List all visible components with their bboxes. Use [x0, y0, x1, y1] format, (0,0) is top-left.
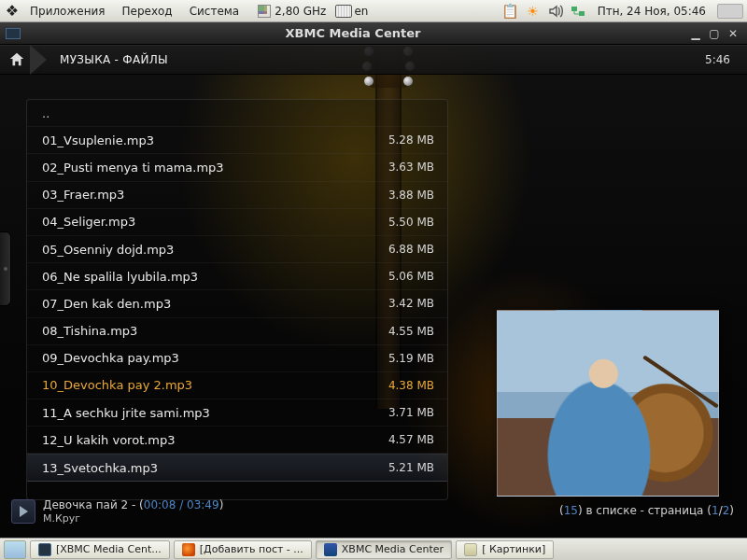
- xbmc-task-icon: [38, 543, 51, 556]
- user-menu[interactable]: [717, 4, 743, 19]
- file-list: .. 01_Vsuplenie.mp35.28 MB02_Pusti menya…: [27, 100, 447, 482]
- taskbar-item-xbmc-active[interactable]: XBMC Media Center: [316, 540, 452, 559]
- file-row[interactable]: 05_Osenniy dojd.mp36.88 MB: [27, 236, 447, 263]
- page-info-mid: ) в списке - страница (: [578, 504, 712, 517]
- menu-system[interactable]: Система: [182, 5, 247, 18]
- taskbar-label: XBMC Media Center: [342, 543, 444, 555]
- bg-decoration: [403, 77, 413, 86]
- file-row[interactable]: 11_A sechku jrite sami.mp33.71 MB: [27, 399, 447, 427]
- taskbar-item-folder[interactable]: [ Картинки]: [456, 540, 554, 559]
- menu-places[interactable]: Переход: [115, 5, 180, 18]
- maximize-button[interactable]: ▢: [706, 26, 723, 41]
- file-size: 4.57 MB: [388, 433, 434, 446]
- panel-clock[interactable]: Птн, 24 Ноя, 05:46: [592, 5, 712, 18]
- keyboard-layout-icon[interactable]: [335, 3, 352, 20]
- firefox-task-icon: [182, 543, 195, 556]
- now-playing-track: Девочка пай 2: [43, 498, 128, 511]
- folder-task-icon: [464, 543, 477, 556]
- weather-icon[interactable]: ☀: [525, 3, 542, 20]
- breadcrumb-label: МУЗЫКА - ФАЙЛЫ: [47, 53, 181, 66]
- xbmc-body: МУЗЫКА - ФАЙЛЫ 5:46 .. 01_Vsuplenie.mp35…: [0, 45, 747, 538]
- file-name: 13_Svetochka.mp3: [42, 461, 388, 475]
- svg-rect-0: [571, 7, 577, 11]
- home-button[interactable]: [0, 47, 34, 73]
- now-playing-line1: Девочка пай 2 - (00:08 / 03:49): [43, 498, 223, 511]
- file-size: 5.28 MB: [388, 133, 434, 147]
- paren: ): [219, 498, 224, 511]
- file-row[interactable]: 01_Vsuplenie.mp35.28 MB: [27, 127, 447, 154]
- file-name: 04_Seliger.mp3: [42, 215, 388, 229]
- options-drawer-handle[interactable]: [0, 231, 11, 306]
- file-size: 3.42 MB: [388, 297, 434, 310]
- file-size: 5.50 MB: [388, 216, 434, 229]
- xbmc-app-icon: [6, 28, 21, 39]
- file-name: 02_Pusti menya ti mama.mp3: [42, 161, 388, 175]
- file-name: 05_Osenniy dojd.mp3: [42, 243, 388, 257]
- file-row[interactable]: 08_Tishina.mp34.55 MB: [27, 318, 447, 345]
- menu-applications[interactable]: Приложения: [22, 5, 113, 18]
- show-desktop-button[interactable]: [4, 540, 26, 559]
- volume-icon[interactable]: [547, 3, 564, 20]
- taskbar-label: [ Картинки]: [482, 543, 545, 555]
- parent-dir-row[interactable]: ..: [27, 100, 447, 127]
- applications-icon: ❖: [4, 3, 21, 20]
- list-count: 15: [564, 504, 578, 517]
- file-size: 3.71 MB: [388, 406, 434, 419]
- file-name: 10_Devochka pay 2.mp3: [42, 378, 388, 392]
- network-icon[interactable]: [570, 3, 586, 20]
- xbmc-window: XBMC Media Center ▁ ▢ ✕ МУЗЫКА - ФАЙЛЫ 5…: [0, 22, 747, 538]
- clipboard-icon[interactable]: 📋: [502, 3, 519, 20]
- file-name: 11_A sechku jrite sami.mp3: [42, 406, 388, 420]
- close-button[interactable]: ✕: [725, 26, 741, 41]
- home-icon: [8, 51, 25, 68]
- file-size: 5.06 MB: [388, 270, 434, 283]
- file-name: 07_Den kak den.mp3: [42, 297, 388, 311]
- file-row[interactable]: 13_Svetochka.mp35.21 MB: [27, 454, 447, 481]
- gnome-bottom-panel: [XBMC Media Cent... [Добавить пост - ...…: [0, 538, 747, 560]
- breadcrumb-wedge: [30, 45, 47, 75]
- window-title: XBMC Media Center: [21, 26, 685, 40]
- time-sep: /: [176, 498, 187, 511]
- keyboard-layout-label[interactable]: en: [354, 5, 368, 18]
- page-info: (15) в списке - страница (1/2): [559, 504, 734, 517]
- file-name: 08_Tishina.mp3: [42, 324, 388, 338]
- file-size: 4.55 MB: [388, 325, 434, 338]
- cpu-monitor-icon[interactable]: [256, 3, 273, 20]
- file-row[interactable]: 12_U kakih vorot.mp34.57 MB: [27, 427, 447, 454]
- breadcrumb-bar: МУЗЫКА - ФАЙЛЫ 5:46: [0, 45, 747, 75]
- taskbar-item-xbmc[interactable]: [XBMC Media Cent...: [30, 540, 170, 559]
- window-title-bar[interactable]: XBMC Media Center ▁ ▢ ✕: [0, 22, 747, 45]
- file-name: ..: [42, 106, 434, 120]
- bg-decoration: [364, 77, 374, 86]
- xbmc-task-icon: [324, 543, 337, 556]
- file-size: 5.21 MB: [388, 461, 434, 474]
- taskbar-item-firefox[interactable]: [Добавить пост - ...: [174, 540, 312, 559]
- minimize-button[interactable]: ▁: [687, 26, 704, 41]
- file-name: 09_Devochka pay.mp3: [42, 351, 388, 365]
- xbmc-clock: 5:46: [688, 53, 747, 66]
- file-row[interactable]: 04_Seliger.mp35.50 MB: [27, 209, 447, 236]
- gnome-top-panel: ❖ Приложения Переход Система 2,80 GHz en…: [0, 0, 747, 22]
- play-button[interactable]: [11, 499, 35, 524]
- now-playing-total: 03:49: [187, 498, 219, 511]
- cpu-frequency[interactable]: 2,80 GHz: [275, 5, 326, 18]
- file-row[interactable]: 06_Ne spalila lyubila.mp35.06 MB: [27, 263, 447, 290]
- page-current: 1: [712, 504, 719, 517]
- taskbar-label: [Добавить пост - ...: [200, 543, 303, 555]
- file-list-panel: .. 01_Vsuplenie.mp35.28 MB02_Pusti menya…: [26, 99, 448, 500]
- now-playing-elapsed: 00:08: [144, 498, 176, 511]
- file-row[interactable]: 02_Pusti menya ti mama.mp33.63 MB: [27, 154, 447, 181]
- now-playing-artwork: [497, 310, 719, 497]
- file-row[interactable]: 07_Den kak den.mp33.42 MB: [27, 290, 447, 317]
- file-size: 3.88 MB: [388, 189, 434, 202]
- file-row[interactable]: 10_Devochka pay 2.mp34.38 MB: [27, 372, 447, 399]
- now-playing-bar: Девочка пай 2 - (00:08 / 03:49) М.Круг: [11, 498, 223, 525]
- file-row[interactable]: 09_Devochka pay.mp35.19 MB: [27, 345, 447, 372]
- dash: - (: [132, 498, 144, 511]
- page-total: 2: [723, 504, 730, 517]
- svg-rect-1: [579, 11, 585, 16]
- file-name: 12_U kakih vorot.mp3: [42, 433, 388, 447]
- file-name: 01_Vsuplenie.mp3: [42, 133, 388, 147]
- system-tray: 📋 ☀ Птн, 24 Ноя, 05:46: [502, 3, 743, 20]
- file-row[interactable]: 03_Fraer.mp33.88 MB: [27, 182, 447, 209]
